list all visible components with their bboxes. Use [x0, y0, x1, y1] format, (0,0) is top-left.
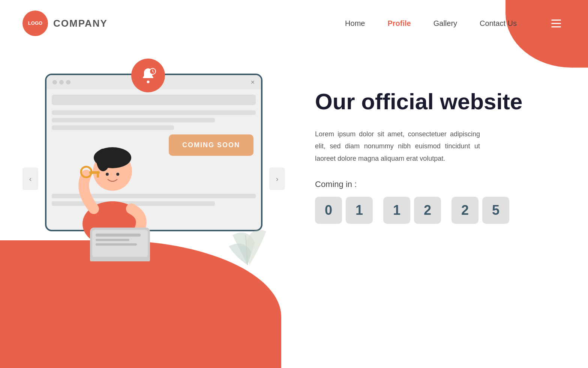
browser-line: [52, 110, 256, 115]
svg-rect-15: [96, 239, 129, 241]
hamburger-button[interactable]: [547, 14, 566, 33]
browser-close: ✕: [250, 79, 255, 85]
company-name: COMPANY: [53, 18, 108, 29]
nav-profile[interactable]: Profile: [387, 19, 411, 28]
coming-soon-badge: COMING SOON: [169, 134, 254, 156]
header: LOGO COMPANY Home Profile Gallery Contac…: [0, 0, 588, 36]
prev-arrow[interactable]: ‹: [22, 167, 38, 190]
nav-contact[interactable]: Contact Us: [480, 19, 517, 28]
person-svg: [52, 119, 172, 261]
logo-icon: LOGO: [22, 11, 48, 36]
svg-rect-10: [97, 174, 99, 178]
svg-rect-9: [89, 171, 100, 174]
illustration-area: ‹ ✕: [22, 51, 285, 306]
hero-description: Lorem ipsum dolor sit amet, consectetuer…: [315, 128, 480, 164]
svg-point-5: [96, 149, 110, 171]
notification-badge: [131, 59, 165, 92]
coming-in-label: Coming in :: [315, 179, 566, 189]
hamburger-line-2: [551, 23, 561, 24]
leaves-decoration: [225, 205, 270, 265]
digit-5: 5: [482, 197, 509, 224]
svg-point-0: [147, 81, 150, 83]
svg-point-6: [106, 173, 109, 176]
svg-rect-16: [96, 243, 137, 246]
digit-0: 0: [315, 197, 342, 224]
person-illustration: [52, 119, 172, 261]
bell-icon: [140, 67, 157, 84]
browser-dot-2: [59, 80, 64, 84]
logo-area: LOGO COMPANY: [22, 11, 108, 36]
main-content: ‹ ✕: [0, 36, 588, 306]
digit-1: 1: [346, 197, 373, 224]
main-nav: Home Profile Gallery Contact Us: [345, 14, 566, 33]
nav-gallery[interactable]: Gallery: [434, 19, 457, 28]
hero-title: Our official website: [315, 89, 566, 115]
digit-4: 2: [452, 197, 478, 224]
browser-dot-3: [66, 80, 70, 84]
hamburger-line-1: [551, 20, 561, 21]
next-arrow[interactable]: ›: [269, 167, 285, 190]
browser-search-bar: [52, 95, 256, 105]
digit-2: 1: [383, 197, 410, 224]
browser-dot-1: [52, 80, 57, 84]
hamburger-line-3: [551, 26, 561, 27]
digit-3: 2: [414, 197, 441, 224]
svg-rect-14: [96, 234, 141, 237]
countdown: 0 1 1 2 2 5: [315, 197, 566, 224]
right-content: Our official website Lorem ipsum dolor s…: [315, 51, 566, 224]
nav-home[interactable]: Home: [345, 19, 365, 28]
svg-point-7: [116, 173, 119, 176]
browser-dots: [52, 80, 70, 84]
